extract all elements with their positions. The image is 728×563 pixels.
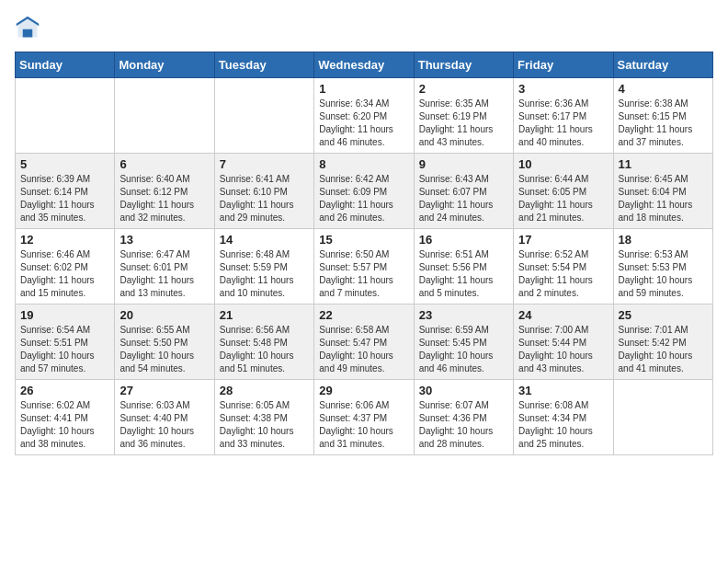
calendar-cell: 7Sunrise: 6:41 AMSunset: 6:10 PMDaylight… [214,154,313,229]
calendar-table: SundayMondayTuesdayWednesdayThursdayFrid… [15,52,713,455]
day-info: Sunrise: 6:36 AMSunset: 6:17 PMDaylight:… [518,98,608,149]
day-number: 19 [20,308,109,322]
calendar-cell: 5Sunrise: 6:39 AMSunset: 6:14 PMDaylight… [16,154,115,229]
calendar-cell: 14Sunrise: 6:48 AMSunset: 5:59 PMDayligh… [214,229,313,304]
day-info: Sunrise: 6:41 AMSunset: 6:10 PMDaylight:… [220,173,309,224]
day-number: 9 [419,157,508,171]
calendar-cell: 3Sunrise: 6:36 AMSunset: 6:17 PMDaylight… [514,78,613,154]
day-info: Sunrise: 6:52 AMSunset: 5:54 PMDaylight:… [518,248,608,300]
day-number: 2 [419,82,508,96]
day-number: 25 [619,308,708,322]
day-number: 15 [319,233,408,247]
day-info: Sunrise: 6:02 AMSunset: 4:41 PMDaylight:… [20,399,109,451]
day-number: 5 [20,157,109,171]
calendar-cell: 26Sunrise: 6:02 AMSunset: 4:41 PMDayligh… [16,380,115,455]
day-info: Sunrise: 6:53 AMSunset: 5:53 PMDaylight:… [619,248,708,300]
weekday-header-wednesday: Wednesday [314,52,414,78]
calendar-cell: 22Sunrise: 6:58 AMSunset: 5:47 PMDayligh… [314,304,414,380]
day-number: 24 [518,308,608,322]
day-info: Sunrise: 6:05 AMSunset: 4:38 PMDaylight:… [220,399,309,451]
calendar-cell: 23Sunrise: 6:59 AMSunset: 5:45 PMDayligh… [414,304,513,380]
day-info: Sunrise: 6:47 AMSunset: 6:01 PMDaylight:… [119,248,209,300]
calendar-cell: 18Sunrise: 6:53 AMSunset: 5:53 PMDayligh… [613,229,712,304]
day-number: 18 [619,233,708,247]
calendar-cell: 13Sunrise: 6:47 AMSunset: 6:01 PMDayligh… [115,229,214,304]
calendar-cell: 12Sunrise: 6:46 AMSunset: 6:02 PMDayligh… [16,229,115,304]
day-number: 6 [119,157,209,171]
calendar-cell: 20Sunrise: 6:55 AMSunset: 5:50 PMDayligh… [115,304,214,380]
day-number: 23 [419,308,508,322]
day-info: Sunrise: 6:45 AMSunset: 6:04 PMDaylight:… [619,173,708,224]
day-info: Sunrise: 6:34 AMSunset: 6:20 PMDaylight:… [319,98,408,149]
day-number: 4 [619,82,708,96]
calendar-cell: 29Sunrise: 6:06 AMSunset: 4:37 PMDayligh… [314,380,414,455]
calendar-cell: 11Sunrise: 6:45 AMSunset: 6:04 PMDayligh… [613,154,712,229]
day-info: Sunrise: 7:00 AMSunset: 5:44 PMDaylight:… [518,324,608,375]
weekday-header-saturday: Saturday [613,52,712,78]
weekday-header-tuesday: Tuesday [214,52,313,78]
day-number: 16 [419,233,508,247]
calendar-header: SundayMondayTuesdayWednesdayThursdayFrid… [16,52,713,78]
day-number: 14 [220,233,309,247]
weekday-header-monday: Monday [115,52,214,78]
calendar-cell: 24Sunrise: 7:00 AMSunset: 5:44 PMDayligh… [514,304,613,380]
weekday-header-thursday: Thursday [414,52,513,78]
calendar-cell: 21Sunrise: 6:56 AMSunset: 5:48 PMDayligh… [214,304,313,380]
day-info: Sunrise: 6:07 AMSunset: 4:36 PMDaylight:… [419,399,508,451]
day-info: Sunrise: 6:40 AMSunset: 6:12 PMDaylight:… [119,173,209,224]
calendar-cell: 16Sunrise: 6:51 AMSunset: 5:56 PMDayligh… [414,229,513,304]
calendar-cell [16,78,115,154]
day-number: 8 [319,157,408,171]
day-info: Sunrise: 6:43 AMSunset: 6:07 PMDaylight:… [419,173,508,224]
calendar-cell: 2Sunrise: 6:35 AMSunset: 6:19 PMDaylight… [414,78,513,154]
calendar-cell [115,78,214,154]
calendar-cell: 4Sunrise: 6:38 AMSunset: 6:15 PMDaylight… [613,78,712,154]
day-number: 29 [319,384,408,397]
day-info: Sunrise: 6:48 AMSunset: 5:59 PMDaylight:… [220,248,309,300]
calendar-cell: 31Sunrise: 6:08 AMSunset: 4:34 PMDayligh… [514,380,613,455]
calendar-cell [214,78,313,154]
weekday-header-sunday: Sunday [16,52,115,78]
day-number: 28 [220,384,309,397]
calendar-cell: 8Sunrise: 6:42 AMSunset: 6:09 PMDaylight… [314,154,414,229]
calendar-cell: 1Sunrise: 6:34 AMSunset: 6:20 PMDaylight… [314,78,414,154]
day-info: Sunrise: 6:56 AMSunset: 5:48 PMDaylight:… [220,324,309,375]
day-info: Sunrise: 6:39 AMSunset: 6:14 PMDaylight:… [20,173,109,224]
day-number: 3 [518,82,608,96]
page-header [15,15,713,40]
calendar-cell: 15Sunrise: 6:50 AMSunset: 5:57 PMDayligh… [314,229,414,304]
logo [15,15,44,40]
day-info: Sunrise: 6:58 AMSunset: 5:47 PMDaylight:… [319,324,408,375]
day-number: 7 [220,157,309,171]
day-number: 27 [119,384,209,397]
day-info: Sunrise: 6:35 AMSunset: 6:19 PMDaylight:… [419,98,508,149]
day-info: Sunrise: 6:59 AMSunset: 5:45 PMDaylight:… [419,324,508,375]
day-info: Sunrise: 6:08 AMSunset: 4:34 PMDaylight:… [518,399,608,451]
calendar-cell: 27Sunrise: 6:03 AMSunset: 4:40 PMDayligh… [115,380,214,455]
calendar-cell: 10Sunrise: 6:44 AMSunset: 6:05 PMDayligh… [514,154,613,229]
day-number: 21 [220,308,309,322]
calendar-cell: 30Sunrise: 6:07 AMSunset: 4:36 PMDayligh… [414,380,513,455]
day-number: 22 [319,308,408,322]
calendar-cell: 9Sunrise: 6:43 AMSunset: 6:07 PMDaylight… [414,154,513,229]
calendar-cell: 6Sunrise: 6:40 AMSunset: 6:12 PMDaylight… [115,154,214,229]
weekday-header-friday: Friday [514,52,613,78]
day-info: Sunrise: 6:42 AMSunset: 6:09 PMDaylight:… [319,173,408,224]
day-info: Sunrise: 6:38 AMSunset: 6:15 PMDaylight:… [619,98,708,149]
day-info: Sunrise: 6:54 AMSunset: 5:51 PMDaylight:… [20,324,109,375]
day-number: 26 [20,384,109,397]
calendar-cell: 25Sunrise: 7:01 AMSunset: 5:42 PMDayligh… [613,304,712,380]
day-info: Sunrise: 6:55 AMSunset: 5:50 PMDaylight:… [119,324,209,375]
day-number: 20 [119,308,209,322]
day-info: Sunrise: 6:51 AMSunset: 5:56 PMDaylight:… [419,248,508,300]
day-info: Sunrise: 6:50 AMSunset: 5:57 PMDaylight:… [319,248,408,300]
day-number: 11 [619,157,708,171]
day-number: 13 [119,233,209,247]
calendar-cell [613,380,712,455]
day-number: 12 [20,233,109,247]
day-number: 30 [419,384,508,397]
svg-rect-2 [23,29,33,38]
calendar-cell: 17Sunrise: 6:52 AMSunset: 5:54 PMDayligh… [514,229,613,304]
day-info: Sunrise: 7:01 AMSunset: 5:42 PMDaylight:… [619,324,708,375]
day-info: Sunrise: 6:44 AMSunset: 6:05 PMDaylight:… [518,173,608,224]
